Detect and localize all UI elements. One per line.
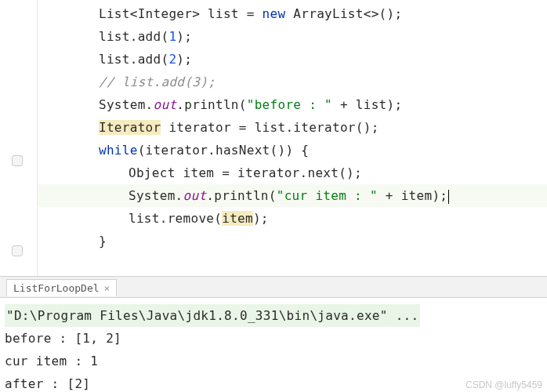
console-command-text: "D:\Program Files\Java\jdk1.8.0_331\bin\… <box>5 304 420 327</box>
code-line[interactable]: System.out.println("before : " + list); <box>38 93 547 116</box>
code-text: .println( <box>206 188 276 203</box>
code-line[interactable]: List<Integer> list = new ArrayList<>(); <box>38 2 547 25</box>
console-line-command: "D:\Program Files\Java\jdk1.8.0_331\bin\… <box>5 304 542 327</box>
fold-marker[interactable] <box>12 155 23 166</box>
keyword-while: while <box>99 143 138 158</box>
code-text: ); <box>176 29 192 44</box>
code-text: System. <box>129 188 183 203</box>
code-line[interactable]: list.add(1); <box>38 25 547 48</box>
text-cursor <box>448 190 449 204</box>
code-text: System. <box>99 97 154 112</box>
code-text: list.add( <box>99 52 168 67</box>
editor-gutter <box>0 0 38 276</box>
code-line[interactable]: list.remove(item); <box>38 207 547 230</box>
console-line: after : [2] <box>5 372 542 392</box>
code-text: ); <box>176 52 192 67</box>
code-text: ); <box>253 211 269 226</box>
number-literal: 2 <box>168 52 176 67</box>
code-text: list.add( <box>99 29 168 44</box>
code-text: List<Integer> list = <box>99 6 263 21</box>
code-text: iterator = list.iterator(); <box>161 120 379 135</box>
code-line[interactable]: list.add(2); <box>38 48 547 71</box>
keyword-new: new <box>263 6 286 21</box>
console-line: cur item : 1 <box>5 350 542 372</box>
code-text: (iterator.hasNext()) { <box>138 143 310 158</box>
warning-highlight-item: item <box>222 211 253 226</box>
warning-highlight-iterator: Iterator <box>99 120 161 135</box>
code-text: + item); <box>378 188 447 203</box>
code-editor[interactable]: List<Integer> list = new ArrayList<>(); … <box>0 0 547 276</box>
tab-label: ListForLoopDel <box>13 282 100 294</box>
console-output[interactable]: "D:\Program Files\Java\jdk1.8.0_331\bin\… <box>0 298 547 392</box>
code-text: Object item = iterator.next(); <box>129 165 362 180</box>
console-line: before : [1, 2] <box>5 327 542 350</box>
run-tab-listforloopdel[interactable]: ListForLoopDel × <box>6 279 117 296</box>
static-field-out: out <box>183 188 207 203</box>
code-line-current[interactable]: System.out.println("cur item : " + item)… <box>38 184 547 207</box>
code-text: .println( <box>176 97 246 112</box>
comment: // list.add(3); <box>99 74 216 89</box>
fold-marker[interactable] <box>12 245 23 256</box>
number-literal: 1 <box>168 29 176 44</box>
code-text: ArrayList<>(); <box>285 6 402 21</box>
string-literal: "cur item : " <box>277 188 378 203</box>
string-literal: "before : " <box>247 97 332 112</box>
code-line[interactable]: // list.add(3); <box>38 71 547 93</box>
code-text: + list); <box>332 97 402 112</box>
code-line[interactable]: } <box>38 230 547 252</box>
close-icon[interactable]: × <box>104 282 110 294</box>
code-text: } <box>99 234 107 249</box>
watermark: CSDN @luffy5459 <box>465 379 542 390</box>
code-line[interactable]: Object item = iterator.next(); <box>38 162 547 184</box>
static-field-out: out <box>154 97 177 112</box>
code-text: list.remove( <box>129 211 222 226</box>
code-line[interactable]: while(iterator.hasNext()) { <box>38 139 547 162</box>
code-line[interactable]: Iterator iterator = list.iterator(); <box>38 116 547 139</box>
run-tabs-bar: ListForLoopDel × <box>0 276 547 298</box>
